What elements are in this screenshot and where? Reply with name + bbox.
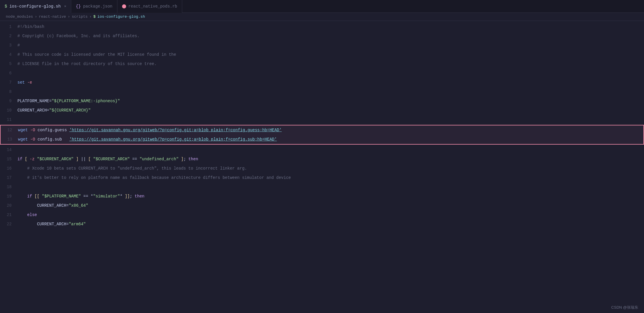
- line-num-7: 7: [0, 78, 17, 87]
- line-content-3: #: [17, 41, 644, 50]
- line-content-10: CURRENT_ARCH="${CURRENT_ARCH}": [17, 106, 644, 115]
- line-num-22: 22: [0, 220, 17, 229]
- code-line-13: 13 wget -O config.sub 'https://git.savan…: [1, 135, 643, 144]
- line-content-6: [17, 69, 644, 78]
- line-content-9: PLATFORM_NAME="${PLATFORM_NAME:-iphoneos…: [17, 96, 644, 106]
- code-line-11: 11: [0, 115, 644, 124]
- line-content-22: CURRENT_ARCH="arm64": [17, 220, 644, 229]
- code-line-21: 21 else: [0, 210, 644, 220]
- code-line-18: 18: [0, 182, 644, 192]
- line-content-20: CURRENT_ARCH="x86_64": [17, 201, 644, 210]
- tab-label-3: react_native_pods.rb: [128, 4, 177, 9]
- line-num-15: 15: [0, 154, 17, 164]
- code-line-22: 22 CURRENT_ARCH="arm64": [0, 220, 644, 229]
- line-num-11: 11: [0, 115, 17, 124]
- code-line-8: 8: [0, 87, 644, 96]
- breadcrumb-part-2: react-native: [39, 15, 66, 19]
- line-content-14: [17, 145, 644, 154]
- code-line-2: 2 # Copyright (c) Facebook, Inc. and its…: [0, 31, 644, 41]
- code-line-20: 20 CURRENT_ARCH="x86_64": [0, 201, 644, 210]
- breadcrumb-sep-2: ›: [68, 15, 70, 19]
- line-num-13: 13: [1, 135, 18, 144]
- line-num-4: 4: [0, 50, 17, 59]
- line-num-8: 8: [0, 87, 17, 96]
- highlight-box: 12 wget -O config.guess 'https://git.sav…: [0, 125, 644, 145]
- breadcrumb-sep-1: ›: [35, 15, 37, 19]
- tab-react-native-pods[interactable]: react_native_pods.rb: [117, 0, 182, 13]
- breadcrumb-part-3: scripts: [72, 15, 88, 19]
- line-num-14: 14: [0, 145, 17, 154]
- line-num-20: 20: [0, 201, 17, 210]
- watermark: CSDN @张瑞东: [611, 305, 638, 310]
- line-content-21: else: [17, 210, 644, 220]
- line-content-16: # Xcode 10 beta sets CURRENT_ARCH to "un…: [17, 164, 644, 173]
- line-num-17: 17: [0, 173, 17, 182]
- line-num-5: 5: [0, 59, 17, 69]
- line-num-6: 6: [0, 69, 17, 78]
- tab-ios-configure[interactable]: $ ios-configure-glog.sh ✕: [0, 0, 71, 13]
- code-line-4: 4 # This source code is licensed under t…: [0, 50, 644, 59]
- line-num-9: 9: [0, 96, 17, 106]
- line-content-1: #!/bin/bash: [17, 22, 644, 31]
- breadcrumb-file: ios-configure-glog.sh: [97, 15, 145, 19]
- code-line-10: 10 CURRENT_ARCH="${CURRENT_ARCH}": [0, 106, 644, 115]
- line-num-18: 18: [0, 182, 17, 192]
- code-line-6: 6: [0, 69, 644, 78]
- code-line-1: 1 #!/bin/bash: [0, 22, 644, 31]
- code-line-19: 19 if [[ "$PLATFORM_NAME" == *"simulator…: [0, 192, 644, 201]
- line-content-11: [17, 115, 644, 124]
- code-line-3: 3 #: [0, 41, 644, 50]
- breadcrumb: node_modules › react-native › scripts › …: [0, 13, 644, 21]
- tab-label-1: ios-configure-glog.sh: [9, 4, 60, 9]
- line-content-8: [17, 87, 644, 96]
- code-line-16: 16 # Xcode 10 beta sets CURRENT_ARCH to …: [0, 164, 644, 173]
- code-line-9: 9 PLATFORM_NAME="${PLATFORM_NAME:-iphone…: [0, 96, 644, 106]
- line-num-12: 12: [1, 125, 18, 135]
- code-line-5: 5 # LICENSE file in the root directory o…: [0, 59, 644, 69]
- json-icon: {}: [76, 4, 81, 9]
- code-line-12: 12 wget -O config.guess 'https://git.sav…: [1, 125, 643, 135]
- code-line-15: 15 if [ -z "$CURRENT_ARCH" ] || [ "$CURR…: [0, 154, 644, 164]
- watermark-text: CSDN @张瑞东: [611, 305, 638, 310]
- line-content-19: if [[ "$PLATFORM_NAME" == *"simulator"* …: [17, 192, 644, 201]
- line-content-18: [17, 182, 644, 192]
- editor-area: 1 #!/bin/bash 2 # Copyright (c) Facebook…: [0, 21, 644, 312]
- line-num-16: 16: [0, 164, 17, 173]
- code-line-7: 7 set -e: [0, 78, 644, 87]
- code-line-14: 14: [0, 145, 644, 154]
- breadcrumb-part-1: node_modules: [6, 15, 33, 19]
- line-content-4: # This source code is licensed under the…: [17, 50, 644, 59]
- shell-icon: $: [5, 4, 7, 9]
- tab-package-json[interactable]: {} package.json: [71, 0, 117, 13]
- line-content-5: # LICENSE file in the root directory of …: [17, 59, 644, 69]
- tab-close-1[interactable]: ✕: [64, 4, 66, 8]
- line-content-15: if [ -z "$CURRENT_ARCH" ] || [ "$CURRENT…: [17, 154, 644, 164]
- line-content-12: wget -O config.guess 'https://git.savann…: [18, 125, 643, 135]
- line-num-1: 1: [0, 22, 17, 31]
- rb-icon: [122, 4, 126, 8]
- line-content-2: # Copyright (c) Facebook, Inc. and its a…: [17, 31, 644, 41]
- code-line-17: 17 # it's better to rely on platform nam…: [0, 173, 644, 182]
- line-num-21: 21: [0, 210, 17, 220]
- line-num-2: 2: [0, 31, 17, 41]
- line-num-19: 19: [0, 192, 17, 201]
- tab-bar: $ ios-configure-glog.sh ✕ {} package.jso…: [0, 0, 644, 13]
- line-num-3: 3: [0, 41, 17, 50]
- breadcrumb-sep-3: ›: [89, 15, 92, 19]
- line-content-17: # it's better to rely on platform name a…: [17, 173, 644, 182]
- breadcrumb-dollar: $: [93, 15, 96, 19]
- line-content-7: set -e: [17, 78, 644, 87]
- code-container: 1 #!/bin/bash 2 # Copyright (c) Facebook…: [0, 21, 644, 229]
- line-content-13: wget -O config.sub 'https://git.savannah…: [18, 135, 643, 144]
- tab-label-2: package.json: [83, 4, 112, 9]
- line-num-10: 10: [0, 106, 17, 115]
